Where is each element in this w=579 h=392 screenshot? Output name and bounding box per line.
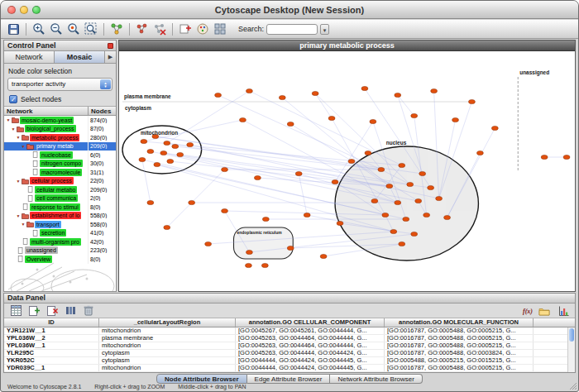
network-node[interactable]	[378, 167, 385, 171]
window-resize-grip[interactable]	[568, 381, 577, 390]
new-network-icon[interactable]	[135, 22, 150, 36]
expander-icon[interactable]: ▼	[16, 135, 21, 140]
network-node[interactable]	[245, 263, 251, 267]
network-node[interactable]	[436, 196, 443, 200]
network-node[interactable]	[428, 185, 434, 189]
network-node[interactable]	[348, 159, 355, 163]
search-input[interactable]	[266, 24, 318, 35]
network-node[interactable]	[361, 86, 368, 90]
select-first-neighbors-icon[interactable]	[109, 22, 124, 36]
edit-attribute-icon[interactable]	[63, 304, 78, 318]
network-node[interactable]	[246, 250, 252, 254]
network-node[interactable]	[332, 179, 338, 184]
network-node[interactable]	[444, 215, 451, 219]
tree-row-unassigned[interactable]: unassigned223(0)	[4, 246, 116, 256]
vizmapper-icon[interactable]	[195, 22, 210, 36]
network-node[interactable]	[563, 155, 570, 159]
network-node[interactable]	[222, 208, 228, 213]
network-node[interactable]	[407, 182, 414, 186]
close-window-button[interactable]	[7, 6, 16, 14]
network-node[interactable]	[390, 229, 397, 233]
network-edge[interactable]	[315, 93, 332, 118]
network-node[interactable]	[205, 241, 212, 246]
network-node[interactable]	[154, 162, 160, 166]
network-node[interactable]	[167, 159, 174, 163]
tree-row-cellular-process[interactable]: ▼cellular process22(0)	[4, 177, 116, 186]
column-header-cellularlayoutregion[interactable]: _cellularLayoutRegion	[99, 318, 236, 327]
network-node[interactable]	[164, 225, 170, 229]
tab-scroll-right-icon[interactable]: ▶	[105, 51, 116, 63]
network-node[interactable]	[160, 151, 167, 155]
network-node[interactable]	[164, 141, 170, 145]
formula-builder-icon[interactable]: f(x)	[523, 308, 533, 315]
network-node[interactable]	[312, 91, 318, 95]
zoom-fit-content-icon[interactable]	[84, 22, 98, 36]
network-node[interactable]	[371, 198, 378, 203]
network-node[interactable]	[491, 126, 498, 130]
network-node[interactable]	[411, 232, 418, 236]
node-color-dropdown[interactable]: transporter activity ▴ ▾	[7, 78, 112, 91]
network-node[interactable]	[541, 155, 548, 159]
trash-icon[interactable]	[81, 304, 96, 318]
tree-row-nucleobase[interactable]: nucleobase6(0)	[4, 151, 116, 160]
network-node[interactable]	[295, 171, 302, 175]
network-node[interactable]	[419, 171, 426, 175]
expander-icon[interactable]: ▼	[16, 179, 21, 184]
zoom-window-button[interactable]	[32, 6, 41, 14]
search-options-chevron-icon[interactable]: ▾	[320, 24, 329, 35]
tab-mosaic[interactable]: Mosaic	[55, 51, 105, 63]
table-row-ydr039c-1[interactable]: YDR039C__1mitochondrion[GO:0044444, GO:0…	[4, 365, 575, 372]
tree-row-metabolic-process[interactable]: ▼metabolic process280(0)	[4, 133, 116, 142]
network-node[interactable]	[246, 88, 252, 93]
network-edge[interactable]	[142, 160, 151, 203]
table-row-ypl036w-1[interactable]: YPL036W__1mitochondrion[GO:0045263, GO:0…	[4, 342, 575, 350]
network-node[interactable]	[399, 163, 405, 167]
network-frame-titlebar[interactable]: primary metabolic process	[119, 41, 575, 51]
network-edge[interactable]	[167, 203, 192, 227]
network-node[interactable]	[337, 221, 343, 225]
network-node[interactable]	[147, 200, 154, 204]
network-node[interactable]	[403, 217, 409, 221]
zoom-out-icon[interactable]	[49, 22, 64, 36]
delete-attribute-icon[interactable]	[45, 304, 60, 318]
tree-row-response-to-stimul[interactable]: response to stimul8(0)	[4, 203, 116, 212]
network-edge[interactable]	[167, 91, 250, 143]
tree-row-mosaic-demo-yeast[interactable]: ▼mosaic-demo-yeast874(0)	[4, 116, 116, 125]
network-node[interactable]	[287, 246, 294, 250]
save-session-icon[interactable]	[6, 22, 21, 36]
network-edge[interactable]	[156, 136, 381, 170]
network-node[interactable]	[415, 198, 422, 203]
expander-icon[interactable]: ▼	[11, 127, 16, 131]
column-header-annotation-go-cellular-component[interactable]: annotation.GO CELLULAR_COMPONENT	[236, 318, 385, 327]
dropdown-arrows-icon[interactable]: ▴ ▾	[100, 79, 111, 89]
table-row-yjr121w-1[interactable]: YJR121W__1mitochondrion[GO:0045267, GO:0…	[4, 327, 575, 335]
table-row-ylr295c[interactable]: YLR295Ccytoplasm[GO:0045263, GO:0044444,…	[4, 350, 575, 357]
network-edge[interactable]	[218, 95, 381, 170]
float-panel-button[interactable]	[108, 43, 113, 49]
network-node[interactable]	[279, 95, 285, 99]
network-node[interactable]	[431, 88, 438, 93]
network-node[interactable]	[222, 167, 228, 171]
network-node[interactable]	[239, 117, 246, 122]
network-node[interactable]	[476, 151, 483, 155]
tree-row-establishment-of-lo[interactable]: ▼establishment of lo558(0)	[4, 212, 116, 221]
tree-row-transport[interactable]: ▼transport558(0)	[4, 220, 116, 229]
network-node[interactable]	[254, 175, 261, 179]
network-node[interactable]	[215, 93, 222, 97]
import-attributes-folder-icon[interactable]	[537, 304, 552, 318]
create-attribute-icon[interactable]	[26, 304, 41, 318]
expander-icon[interactable]: ▼	[21, 144, 26, 149]
column-header-nodes[interactable]: Nodes	[89, 107, 116, 115]
network-node[interactable]	[370, 119, 376, 123]
network-node[interactable]	[139, 157, 146, 161]
network-node[interactable]	[147, 149, 154, 153]
network-edge[interactable]	[249, 91, 401, 165]
network-canvas[interactable]: plasma membrane cytoplasm mitochondrion …	[119, 52, 575, 291]
network-node[interactable]	[262, 217, 269, 221]
network-node[interactable]	[261, 263, 268, 267]
select-attributes-icon[interactable]	[8, 304, 23, 318]
column-header-network[interactable]: Network	[4, 107, 89, 115]
network-node[interactable]	[395, 93, 401, 97]
tree-row-biological-process[interactable]: ▼biological_process87(0)	[4, 125, 116, 134]
network-node[interactable]	[328, 116, 335, 120]
